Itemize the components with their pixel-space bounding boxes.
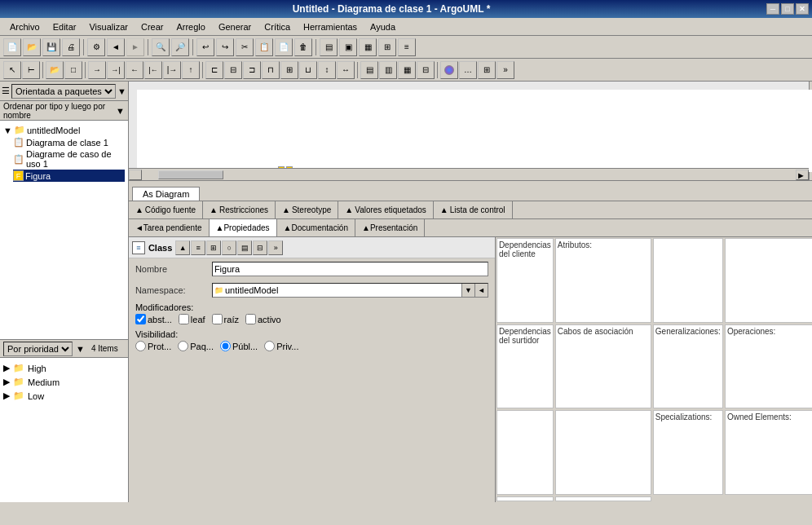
- tab-tool[interactable]: ⊢: [22, 61, 40, 79]
- radio-priv-input[interactable]: [264, 341, 275, 351]
- check-abst-input[interactable]: [135, 314, 146, 324]
- subtab-presentacion[interactable]: ▲ Presentación: [355, 219, 425, 236]
- more-tool[interactable]: …: [459, 61, 477, 79]
- properties-button[interactable]: ⚙: [87, 38, 105, 56]
- menu-herramientas[interactable]: Herramientas: [297, 20, 364, 33]
- subtab-tarea[interactable]: ◄ Tarea pendiente: [129, 219, 210, 236]
- select-tool[interactable]: ↖: [3, 61, 21, 79]
- layout4-tool[interactable]: ⊟: [417, 61, 435, 79]
- check-raiz-input[interactable]: [212, 314, 223, 324]
- arrange1[interactable]: ▤: [320, 38, 338, 56]
- tab-stereotype[interactable]: ▲ Stereotype: [276, 201, 338, 218]
- subtab-documentacion[interactable]: ▲ Documentación: [277, 219, 355, 236]
- radio-publ[interactable]: Públ...: [220, 341, 258, 351]
- delete-button[interactable]: 🗑: [294, 38, 312, 56]
- menu-generar[interactable]: Generar: [212, 20, 258, 33]
- maximize-button[interactable]: □: [781, 3, 794, 15]
- check-leaf[interactable]: leaf: [179, 314, 205, 324]
- tree-root[interactable]: ▼ 📁 untitledModel: [3, 124, 125, 136]
- check-abst[interactable]: abst...: [135, 314, 172, 324]
- search-button[interactable]: 🔍: [152, 38, 170, 56]
- arrange2[interactable]: ▣: [339, 38, 357, 56]
- menu-visualizar[interactable]: Visualizar: [82, 20, 135, 33]
- radio-priv[interactable]: Priv...: [264, 341, 298, 351]
- tab-lista[interactable]: ▲ Lista de control: [434, 201, 513, 218]
- align-up[interactable]: ⊓: [262, 61, 280, 79]
- radio-prot-input[interactable]: [135, 341, 146, 351]
- undo-button[interactable]: ↩: [196, 38, 214, 56]
- menu-ayuda[interactable]: Ayuda: [364, 20, 402, 33]
- paste-button[interactable]: 📄: [275, 38, 293, 56]
- layout2-tool[interactable]: ▥: [379, 61, 397, 79]
- class-tool-6[interactable]: ⊟: [253, 240, 267, 255]
- align-vert[interactable]: ↕: [318, 61, 336, 79]
- check-raiz[interactable]: raíz: [212, 314, 239, 324]
- arrange5[interactable]: ≡: [398, 38, 416, 56]
- h-scroll-thumb[interactable]: [158, 170, 223, 179]
- radio-prot[interactable]: Prot...: [135, 341, 171, 351]
- minimize-button[interactable]: ─: [766, 3, 779, 15]
- class-tool-4[interactable]: ○: [222, 240, 236, 255]
- priority-high[interactable]: ▶ 📁 High: [3, 361, 125, 375]
- tree-diagram1[interactable]: 📋 Diagrama de clase 1: [13, 136, 125, 148]
- radio-paq-input[interactable]: [178, 341, 188, 351]
- arrow5-tool[interactable]: |→: [163, 61, 181, 79]
- align-right[interactable]: ⊐: [243, 61, 261, 79]
- namespace-expand-btn[interactable]: ▼: [461, 284, 474, 297]
- color-tool[interactable]: [440, 61, 458, 79]
- align-down[interactable]: ⊔: [299, 61, 317, 79]
- cut-button[interactable]: ✂: [236, 38, 254, 56]
- namespace-nav-btn[interactable]: ◄: [474, 284, 488, 297]
- arrange3[interactable]: ▦: [359, 38, 377, 56]
- arrow-tool[interactable]: →: [88, 61, 106, 79]
- arrow2-tool[interactable]: →|: [107, 61, 125, 79]
- radio-publ-input[interactable]: [220, 341, 231, 351]
- up-tool[interactable]: ↑: [182, 61, 200, 79]
- menu-editar[interactable]: Editar: [46, 20, 83, 33]
- forward-button[interactable]: ►: [126, 38, 144, 56]
- align-center[interactable]: ⊟: [224, 61, 242, 79]
- name-input[interactable]: [212, 262, 488, 276]
- tree-figura[interactable]: F Figura: [13, 170, 125, 182]
- print-button[interactable]: 🖨: [62, 38, 80, 56]
- canvas-area[interactable]: Figura ►: [129, 82, 812, 181]
- new-diagram[interactable]: □: [64, 61, 82, 79]
- check-activo-input[interactable]: [245, 314, 256, 324]
- save-button[interactable]: 💾: [42, 38, 60, 56]
- layout-tool[interactable]: ▤: [360, 61, 378, 79]
- arrange4[interactable]: ⊞: [378, 38, 396, 56]
- tab-codigo-fuente[interactable]: ▲ Código fuente: [129, 201, 203, 218]
- priority-dropdown[interactable]: Por prioridad: [3, 342, 73, 356]
- find-button[interactable]: 🔎: [171, 38, 189, 56]
- menu-arreglo[interactable]: Arreglo: [170, 20, 211, 33]
- window-controls[interactable]: ─ □ ✕: [766, 3, 809, 15]
- arrow4-tool[interactable]: |←: [144, 61, 162, 79]
- tab-restricciones[interactable]: ▲ Restricciones: [203, 201, 276, 218]
- layout3-tool[interactable]: ▦: [398, 61, 416, 79]
- subtab-propiedades[interactable]: ▲ Propiedades: [210, 219, 277, 236]
- class-tool-5[interactable]: ▤: [237, 240, 252, 255]
- horizontal-scrollbar[interactable]: ►: [129, 168, 809, 180]
- class-tool-1[interactable]: ▲: [175, 240, 190, 255]
- open-button[interactable]: 📂: [23, 38, 41, 56]
- align-left[interactable]: ⊏: [205, 61, 223, 79]
- close-button[interactable]: ✕: [796, 3, 809, 15]
- redo-button[interactable]: ↪: [216, 38, 234, 56]
- tree-diagram2[interactable]: 📋 Diagrame de caso de uso 1: [13, 148, 125, 170]
- arrow3-tool[interactable]: ←: [126, 61, 143, 79]
- new-button[interactable]: 📄: [3, 38, 21, 56]
- class-tool-3[interactable]: ⊞: [206, 240, 221, 255]
- align-horiz[interactable]: ↔: [337, 61, 355, 79]
- copy-button[interactable]: 📋: [255, 38, 273, 56]
- view-dropdown[interactable]: Orientada a paquetes: [11, 84, 116, 99]
- menu-archivo[interactable]: Archivo: [3, 20, 46, 33]
- menu-crear[interactable]: Crear: [135, 20, 170, 33]
- priority-medium[interactable]: ▶ 📁 Medium: [3, 375, 125, 389]
- align-vmid[interactable]: ⊞: [280, 61, 298, 79]
- menu-critica[interactable]: Crítica: [258, 20, 297, 33]
- canvas-background[interactable]: Figura: [137, 90, 812, 172]
- open-diagram[interactable]: 📂: [46, 61, 64, 79]
- tab-valores[interactable]: ▲ Valores etiquetados: [338, 201, 434, 218]
- as-diagram-tab[interactable]: As Diagram: [132, 187, 200, 201]
- more2-tool[interactable]: »: [496, 61, 514, 79]
